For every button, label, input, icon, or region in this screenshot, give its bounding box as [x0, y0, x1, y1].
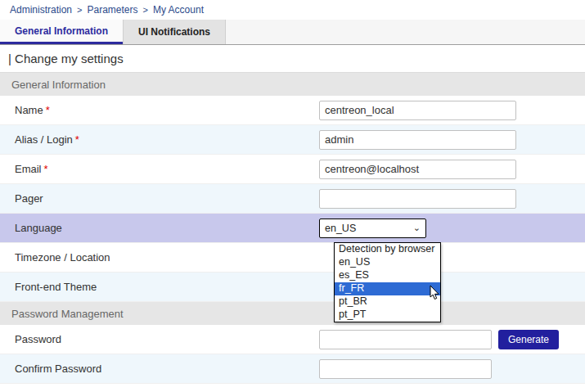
password-input[interactable]	[319, 330, 492, 349]
chevron-down-icon: ⌄	[413, 223, 421, 233]
language-select[interactable]: en_US ⌄	[319, 219, 426, 238]
tab-general-information[interactable]: General Information	[0, 20, 123, 44]
pager-label: Pager	[0, 192, 319, 205]
alias-input[interactable]	[319, 130, 516, 150]
timezone-label: Timezone / Location	[0, 251, 319, 264]
breadcrumb-administration[interactable]: Administration	[10, 4, 72, 16]
language-select-value: en_US	[325, 223, 356, 234]
breadcrumb-my-account[interactable]: My Account	[153, 4, 204, 16]
language-option-pt-pt[interactable]: pt_PT	[335, 309, 440, 322]
language-option-en-us[interactable]: en_US	[335, 256, 440, 269]
form-row-name: Name*	[0, 96, 585, 125]
theme-label: Front-end Theme	[0, 281, 319, 293]
name-input[interactable]	[319, 101, 516, 120]
form-row-email: Email*	[0, 155, 585, 184]
language-option-pt-br[interactable]: pt_BR	[335, 295, 440, 309]
confirm-password-input[interactable]	[319, 359, 492, 379]
password-label: Password	[0, 333, 319, 345]
tab-ui-notifications[interactable]: UI Notifications	[123, 20, 226, 44]
language-option-fr-fr[interactable]: fr_FR	[335, 282, 440, 295]
confirm-password-label: Confirm Password	[0, 363, 319, 375]
my-account-page: Administration > Parameters > My Account…	[0, 0, 585, 392]
form-row-language: Language en_US ⌄	[0, 214, 585, 243]
required-marker: *	[75, 133, 79, 146]
form-row-theme: Front-end Theme	[0, 273, 585, 302]
form-row-timezone: Timezone / Location	[0, 243, 585, 273]
form-row-pager: Pager	[0, 184, 585, 214]
tab-strip: General Information UI Notifications	[0, 20, 585, 45]
breadcrumb-separator: >	[77, 5, 82, 15]
breadcrumb-separator: >	[143, 5, 148, 15]
form-row-alias: Alias / Login*	[0, 125, 585, 155]
breadcrumb-parameters[interactable]: Parameters	[87, 4, 137, 16]
email-input[interactable]	[319, 160, 516, 179]
name-label: Name*	[0, 104, 319, 116]
form-row-confirm-password: Confirm Password	[0, 354, 585, 384]
generate-password-button[interactable]: Generate	[498, 330, 559, 349]
language-option-es-es[interactable]: es_ES	[335, 269, 440, 282]
required-marker: *	[46, 104, 50, 116]
form-row-password: Password Generate	[0, 325, 585, 354]
email-label: Email*	[0, 163, 319, 175]
alias-label: Alias / Login*	[0, 133, 319, 146]
section-general-information: General Information	[0, 73, 585, 96]
page-title: | Change my settings	[0, 45, 585, 73]
section-password-management: Password Management	[0, 302, 585, 325]
required-marker: *	[44, 163, 48, 175]
breadcrumb: Administration > Parameters > My Account	[0, 0, 585, 20]
pager-input[interactable]	[319, 189, 516, 209]
language-dropdown: Detection by browser en_US es_ES fr_FR p…	[334, 242, 441, 322]
language-option-detection[interactable]: Detection by browser	[335, 243, 440, 256]
language-label: Language	[0, 222, 319, 234]
